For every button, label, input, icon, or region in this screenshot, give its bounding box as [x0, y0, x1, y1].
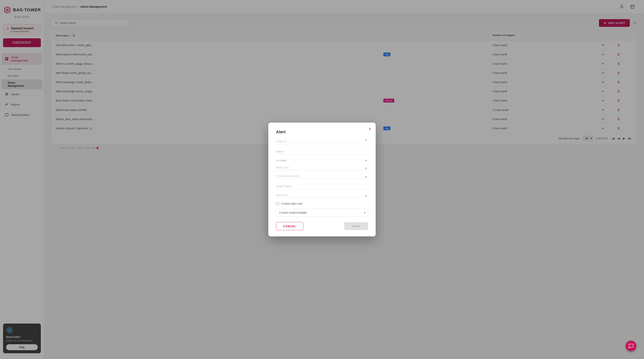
target-value-input[interactable] — [276, 183, 368, 189]
email-template-field: Custom email template ▾ — [276, 209, 368, 217]
custom-alert-mail-label: Custom alert mail — [281, 202, 302, 205]
save-button[interactable]: SAVE — [344, 222, 368, 230]
alert-name-field: Alert name Alert name ▾ — [276, 194, 368, 198]
alert-name-label: Alert name — [276, 194, 368, 198]
on-metric-field: On metric ▾ — [276, 159, 368, 162]
chat-bubble[interactable] — [626, 341, 636, 351]
name-input[interactable] — [276, 148, 368, 155]
assign-to-field: Assign To ▾ Assign To — [276, 140, 368, 144]
name-field — [276, 148, 368, 155]
custom-alert-mail-row: Custom alert mail — [276, 202, 368, 205]
modal-close-button[interactable]: × — [368, 126, 371, 131]
metric-type-field: Metric Type Metric Type ▾ — [276, 166, 368, 170]
modal-title: Alert — [276, 129, 368, 134]
comparison-operator-label: Comparison operator — [276, 175, 368, 179]
metric-type-label: Metric Type — [276, 166, 368, 170]
comparison-operator-field: Comparison operator Comparison operator … — [276, 175, 368, 179]
chat-icon — [628, 343, 634, 349]
email-template-select[interactable]: Custom email template — [276, 209, 368, 217]
modal-footer: CANCEL SAVE — [276, 222, 368, 230]
assign-to-label: Assign To — [276, 140, 368, 144]
cancel-button[interactable]: CANCEL — [276, 222, 304, 230]
custom-alert-mail-checkbox[interactable] — [276, 202, 279, 205]
modal-overlay[interactable]: Alert × Assign To ▾ Assign To On metric … — [0, 0, 644, 359]
alert-modal: Alert × Assign To ▾ Assign To On metric … — [268, 123, 376, 236]
on-metric-label: On metric — [276, 159, 368, 162]
target-value-field — [276, 183, 368, 189]
